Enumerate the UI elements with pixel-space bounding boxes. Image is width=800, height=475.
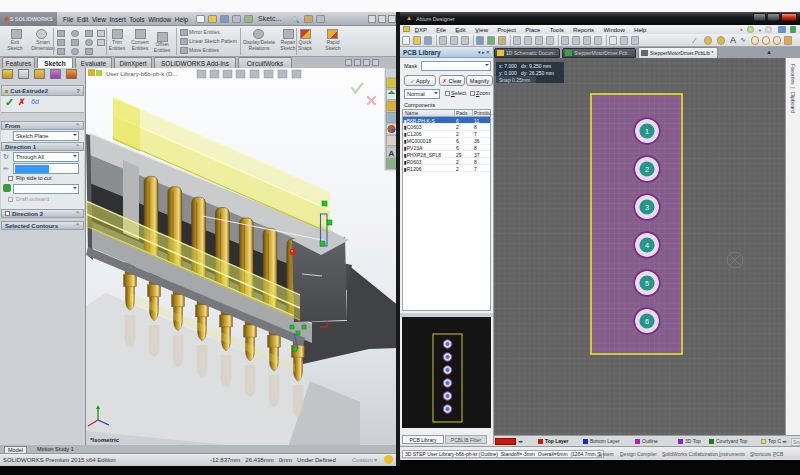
svg-text:5: 5 [645,279,649,288]
svg-text:*Isometric: *Isometric [90,437,120,443]
svg-text:1: 1 [645,127,649,136]
svg-text:3: 3 [645,203,649,212]
svg-text:4: 4 [645,241,649,250]
svg-text:x: 7.000 dx: 9.250 mm: x: 7.000 dx: 9.250 mm [499,63,551,69]
svg-text:y: 0.000 dy: 26.250 mm: y: 0.000 dy: 26.250 mm [499,70,554,76]
svg-text:User Library-b6b-ph-k (D...: User Library-b6b-ph-k (D... [106,71,178,77]
svg-text:6: 6 [645,317,649,326]
svg-text:Snap 0.25mm: Snap 0.25mm [499,77,530,83]
svg-text:A: A [389,149,395,158]
svg-text:2: 2 [645,165,649,174]
